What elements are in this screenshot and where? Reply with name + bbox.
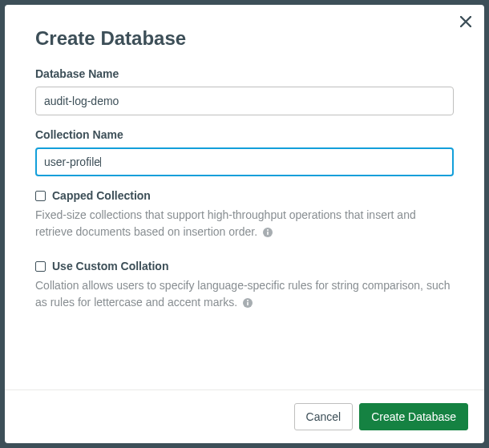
svg-point-2 — [267, 229, 269, 231]
custom-collation-label: Use Custom Collation — [52, 260, 168, 272]
custom-collation-option: Use Custom Collation Collation allows us… — [35, 260, 454, 311]
info-icon[interactable] — [242, 297, 253, 309]
modal-body: Create Database Database Name Collection… — [5, 5, 484, 389]
svg-rect-1 — [267, 232, 269, 236]
collection-name-label: Collection Name — [35, 128, 454, 141]
custom-collation-help: Collation allows users to specify langua… — [35, 277, 454, 311]
modal-footer: Cancel Create Database — [5, 389, 484, 443]
info-icon[interactable] — [262, 227, 273, 238]
database-name-field-group: Database Name — [35, 67, 454, 115]
database-name-input[interactable] — [35, 87, 454, 115]
svg-rect-4 — [247, 302, 249, 306]
modal-title: Create Database — [35, 27, 454, 50]
create-database-modal: Create Database Database Name Collection… — [5, 5, 484, 443]
close-icon — [460, 16, 471, 27]
collection-name-input[interactable]: user-profile — [35, 147, 454, 176]
collection-name-value: user-profile — [44, 155, 100, 168]
database-name-label: Database Name — [35, 67, 454, 80]
capped-collection-help: Fixed-size collections that support high… — [35, 207, 454, 240]
collection-name-field-group: Collection Name user-profile — [35, 128, 454, 176]
capped-collection-option: Capped Collection Fixed-size collections… — [35, 189, 454, 240]
capped-collection-checkbox[interactable] — [35, 191, 46, 201]
close-button[interactable] — [460, 16, 471, 27]
cancel-button[interactable]: Cancel — [294, 403, 354, 430]
svg-point-5 — [247, 300, 249, 301]
create-database-button[interactable]: Create Database — [359, 403, 468, 430]
custom-collation-checkbox[interactable] — [35, 261, 46, 272]
capped-collection-label: Capped Collection — [52, 189, 151, 202]
